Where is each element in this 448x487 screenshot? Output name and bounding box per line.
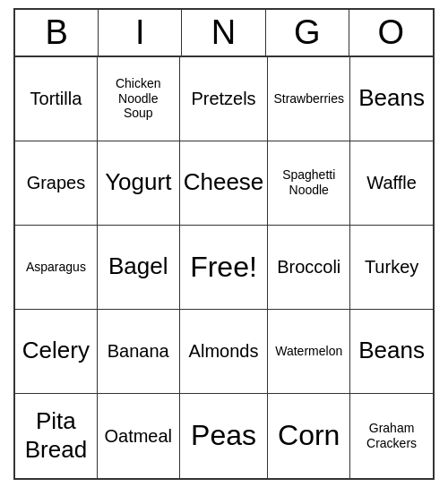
bingo-cell-18: Watermelon	[268, 310, 350, 394]
bingo-cell-text-10: Asparagus	[26, 260, 86, 275]
bingo-cell-9: Waffle	[350, 141, 433, 226]
bingo-cell-21: Oatmeal	[98, 394, 180, 478]
bingo-cell-1: ChickenNoodleSoup	[98, 57, 180, 141]
bingo-cell-text-2: Pretzels	[191, 88, 255, 109]
bingo-cell-0: Tortilla	[15, 57, 98, 141]
bingo-cell-20: PitaBread	[15, 394, 98, 478]
bingo-cell-text-9: Waffle	[366, 172, 417, 193]
bingo-cell-text-21: Oatmeal	[104, 425, 172, 447]
bingo-cell-7: Cheese	[180, 141, 269, 226]
bingo-cell-text-4: Beans	[358, 84, 425, 112]
bingo-cell-text-19: Beans	[358, 337, 425, 364]
bingo-cell-13: Broccoli	[268, 226, 350, 310]
bingo-card: BINGO TortillaChickenNoodleSoupPretzelsS…	[13, 8, 435, 480]
bingo-cell-text-20: PitaBread	[25, 407, 87, 463]
bingo-cell-text-17: Almonds	[189, 340, 259, 362]
bingo-cell-text-11: Bagel	[108, 252, 168, 280]
bingo-cell-text-18: Watermelon	[275, 344, 342, 359]
bingo-cell-23: Corn	[268, 394, 350, 478]
bingo-cell-text-1: ChickenNoodleSoup	[116, 76, 161, 121]
bingo-cell-8: SpaghettiNoodle	[268, 141, 350, 226]
bingo-cell-14: Turkey	[350, 226, 433, 310]
bingo-letter-B: B	[15, 10, 99, 56]
bingo-cell-text-5: Grapes	[27, 172, 86, 193]
bingo-cell-text-24: GrahamCrackers	[366, 421, 417, 451]
bingo-cell-5: Grapes	[15, 141, 98, 226]
bingo-header: BINGO	[15, 10, 433, 57]
bingo-cell-text-22: Peas	[191, 418, 256, 452]
bingo-cell-text-12: Free!	[190, 250, 257, 284]
bingo-cell-24: GrahamCrackers	[350, 394, 433, 478]
bingo-cell-text-8: SpaghettiNoodle	[282, 167, 335, 198]
bingo-cell-17: Almonds	[180, 310, 269, 394]
bingo-cell-text-0: Tortilla	[30, 88, 82, 109]
bingo-cell-2: Pretzels	[180, 57, 269, 141]
bingo-cell-text-6: Yogurt	[105, 168, 171, 196]
bingo-cell-10: Asparagus	[15, 226, 98, 310]
bingo-cell-text-13: Broccoli	[277, 256, 340, 278]
bingo-cell-text-14: Turkey	[365, 256, 418, 278]
bingo-cell-15: Celery	[15, 310, 98, 394]
bingo-letter-G: G	[266, 10, 349, 56]
bingo-cell-3: Strawberries	[268, 57, 350, 141]
bingo-cell-11: Bagel	[98, 226, 180, 310]
bingo-cell-text-15: Celery	[22, 337, 90, 364]
bingo-letter-O: O	[349, 10, 433, 56]
bingo-cell-4: Beans	[350, 57, 433, 141]
bingo-letter-I: I	[99, 10, 182, 56]
bingo-cell-text-7: Cheese	[184, 168, 264, 196]
bingo-cell-19: Beans	[350, 310, 433, 394]
bingo-cell-text-16: Banana	[108, 340, 169, 362]
bingo-letter-N: N	[182, 10, 265, 56]
bingo-cell-text-3: Strawberries	[273, 91, 344, 107]
bingo-cell-16: Banana	[98, 310, 180, 394]
bingo-grid: TortillaChickenNoodleSoupPretzelsStrawbe…	[15, 57, 433, 478]
bingo-cell-22: Peas	[180, 394, 269, 478]
bingo-cell-text-23: Corn	[278, 418, 340, 452]
bingo-cell-12: Free!	[180, 226, 269, 310]
bingo-cell-6: Yogurt	[98, 141, 180, 226]
